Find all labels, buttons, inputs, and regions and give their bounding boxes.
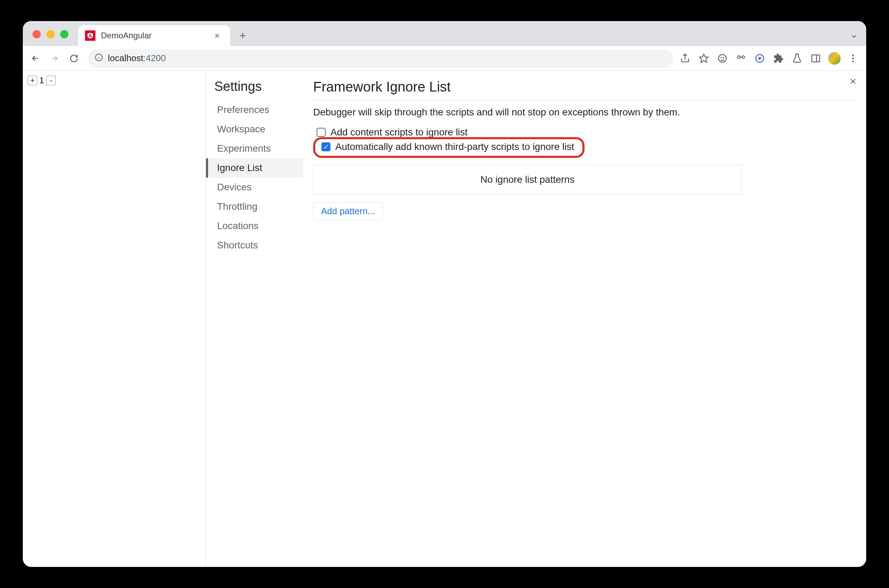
checkbox-label: Automatically add known third-party scri…: [335, 141, 574, 152]
menu-shortcuts[interactable]: Shortcuts: [214, 236, 303, 255]
url-port: :4200: [143, 53, 166, 63]
reload-button[interactable]: [66, 50, 82, 67]
close-settings-icon[interactable]: ×: [847, 75, 859, 88]
svg-rect-11: [812, 55, 820, 62]
svg-point-13: [852, 54, 854, 56]
back-button[interactable]: [27, 50, 44, 67]
checkbox-label: Add content scripts to ignore list: [330, 127, 468, 138]
url-text: localhost:4200: [108, 53, 166, 64]
angular-icon: [85, 30, 95, 41]
svg-point-15: [852, 60, 854, 62]
extension-icon-2[interactable]: [735, 52, 747, 64]
menu-workspace[interactable]: Workspace: [214, 120, 303, 139]
menu-locations[interactable]: Locations: [214, 216, 303, 236]
empty-patterns-text: No ignore list patterns: [481, 174, 574, 185]
section-heading: Framework Ignore List: [313, 79, 856, 100]
window-controls: [23, 30, 78, 38]
share-icon[interactable]: [679, 52, 691, 64]
extensions-puzzle-icon[interactable]: [772, 52, 785, 64]
url-host: localhost: [108, 53, 143, 63]
add-pattern-button[interactable]: Add pattern...: [313, 202, 383, 220]
toolbar-actions: [679, 52, 862, 64]
menu-devices[interactable]: Devices: [214, 178, 303, 197]
extension-icon-3[interactable]: [754, 52, 766, 64]
settings-sidebar: Settings Preferences Workspace Experimen…: [206, 71, 303, 567]
browser-tab[interactable]: DemoAngular ×: [78, 25, 230, 46]
svg-point-14: [852, 57, 854, 59]
checkbox-icon[interactable]: [317, 128, 326, 137]
ignore-patterns-list: No ignore list patterns: [313, 165, 742, 195]
minimize-window-button[interactable]: [46, 30, 55, 38]
menu-experiments[interactable]: Experiments: [214, 139, 303, 158]
labs-flask-icon[interactable]: [791, 52, 803, 64]
section-description: Debugger will skip through the scripts a…: [313, 107, 856, 118]
devtools-settings-panel: × Settings Preferences Workspace Experim…: [206, 71, 866, 567]
browser-window: DemoAngular × + ⌄ localhost:4200: [23, 21, 866, 567]
tab-title: DemoAngular: [101, 31, 207, 40]
tab-strip: DemoAngular × + ⌄: [23, 21, 866, 46]
tabs-dropdown-icon[interactable]: ⌄: [850, 28, 858, 40]
viewport: + 1 - × Settings Preferences Workspace E…: [23, 71, 866, 567]
counter-value: 1: [39, 76, 45, 86]
settings-menu: Preferences Workspace Experiments Ignore…: [214, 100, 303, 255]
extension-icon-1[interactable]: [716, 52, 728, 64]
svg-point-10: [758, 57, 761, 60]
toolbar: localhost:4200: [23, 46, 866, 71]
svg-point-7: [742, 56, 745, 58]
bookmark-star-icon[interactable]: [698, 52, 710, 64]
forward-button[interactable]: [46, 50, 63, 67]
panel-icon[interactable]: [809, 52, 822, 64]
page-content: + 1 -: [23, 71, 206, 567]
address-bar[interactable]: localhost:4200: [88, 50, 673, 68]
close-tab-icon[interactable]: ×: [212, 30, 222, 41]
menu-ignore-list[interactable]: Ignore List: [206, 158, 303, 178]
checkbox-third-party-scripts[interactable]: ✓ Automatically add known third-party sc…: [318, 140, 578, 154]
settings-content: Framework Ignore List Debugger will skip…: [303, 71, 866, 567]
increment-button[interactable]: +: [28, 76, 38, 86]
menu-throttling[interactable]: Throttling: [214, 197, 303, 216]
svg-point-4: [720, 57, 722, 58]
maximize-window-button[interactable]: [60, 30, 68, 38]
menu-preferences[interactable]: Preferences: [214, 100, 303, 120]
new-tab-button[interactable]: +: [234, 27, 251, 44]
profile-avatar[interactable]: [828, 52, 841, 64]
close-window-button[interactable]: [33, 30, 41, 38]
site-info-icon[interactable]: [95, 53, 103, 64]
svg-point-3: [719, 54, 727, 62]
svg-point-5: [723, 57, 724, 58]
settings-title: Settings: [214, 79, 303, 94]
chrome-menu-icon[interactable]: [847, 52, 859, 64]
annotation-highlight: ✓ Automatically add known third-party sc…: [313, 137, 584, 158]
svg-point-6: [737, 56, 740, 58]
decrement-button[interactable]: -: [46, 76, 56, 86]
checkbox-icon[interactable]: ✓: [321, 142, 330, 152]
